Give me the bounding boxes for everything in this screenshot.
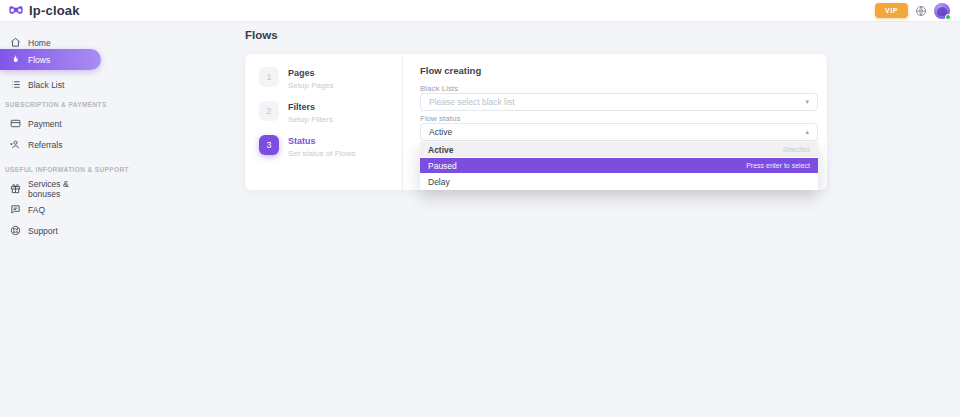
sidebar-section-support: Useful information & Support xyxy=(5,166,104,173)
black-lists-select[interactable]: Please select black list ▾ xyxy=(420,93,818,111)
sidebar-item-services-bonuses[interactable]: Services & bonuses xyxy=(0,178,101,199)
step-subtitle: Set status of Flows xyxy=(288,149,356,158)
flow-status-select[interactable]: Active ▴ xyxy=(420,123,818,141)
sidebar-item-label: Black List xyxy=(28,80,64,90)
option-hint: Selected xyxy=(783,146,810,153)
option-label: Active xyxy=(428,145,454,155)
step-subtitle: Setup Filters xyxy=(288,115,333,124)
sidebar-item-label: FAQ xyxy=(28,205,45,215)
chevron-down-icon: ▾ xyxy=(805,98,809,106)
step-title: Filters xyxy=(288,101,333,112)
sidebar-item-payment[interactable]: Payment xyxy=(0,113,101,134)
vip-button[interactable]: VIP xyxy=(875,3,908,18)
section-label: Subscription & Payments xyxy=(5,101,107,108)
logo-text: Ip-cloak xyxy=(29,3,80,18)
wizard-step-filters[interactable]: 2 Filters Setup Filters xyxy=(259,101,333,124)
section-label: Useful information & Support xyxy=(5,166,129,173)
topbar-actions: VIP xyxy=(875,3,950,19)
mask-logo-icon xyxy=(8,5,24,16)
chevron-up-icon: ▴ xyxy=(805,128,809,136)
sidebar-item-label: Home xyxy=(28,38,51,48)
wizard-step-status[interactable]: 3 Status Set status of Flows xyxy=(259,135,356,158)
sidebar-item-label: Flows xyxy=(28,55,50,65)
step-title: Status xyxy=(288,135,356,146)
option-hint: Press enter to select xyxy=(746,162,810,169)
option-delay[interactable]: Delay xyxy=(420,174,818,190)
flow-status-label: Flow status xyxy=(420,114,460,123)
form-title: Flow creating xyxy=(420,65,481,76)
sidebar-item-label: Services & bonuses xyxy=(28,179,101,199)
sidebar-item-label: Referrals xyxy=(28,140,62,150)
black-lists-placeholder: Please select black list xyxy=(429,97,515,107)
step-title: Pages xyxy=(288,67,334,78)
sidebar-item-black-list[interactable]: Black List xyxy=(0,74,101,95)
sidebar-item-label: Payment xyxy=(28,119,62,129)
card-divider xyxy=(402,54,403,190)
topbar: Ip-cloak VIP xyxy=(0,0,960,22)
user-avatar[interactable] xyxy=(934,3,950,19)
option-label: Delay xyxy=(428,177,450,187)
sidebar: Home Flows Black List Subscription & Pay… xyxy=(0,22,110,417)
sidebar-item-flows[interactable]: Flows xyxy=(0,49,101,70)
option-active[interactable]: Active Selected xyxy=(420,142,818,158)
sidebar-section-subscription: Subscription & Payments xyxy=(5,101,104,108)
step-number-badge: 1 xyxy=(259,67,279,87)
sidebar-item-referrals[interactable]: Referrals xyxy=(0,134,101,155)
faq-chat-icon xyxy=(10,204,21,215)
flows-flame-icon xyxy=(10,54,21,65)
page-title: Flows xyxy=(245,29,278,41)
black-lists-label: Black Lists xyxy=(420,84,458,93)
online-status-dot xyxy=(945,14,951,20)
step-subtitle: Setup Pages xyxy=(288,81,334,90)
step-number-badge: 2 xyxy=(259,101,279,121)
referrals-people-icon xyxy=(10,139,21,150)
step-number-badge: 3 xyxy=(259,135,279,155)
gift-icon xyxy=(10,183,21,194)
option-paused[interactable]: Paused Press enter to select xyxy=(420,158,818,174)
flow-status-dropdown: Active Selected Paused Press enter to se… xyxy=(420,142,818,190)
option-label: Paused xyxy=(428,161,457,171)
list-icon xyxy=(10,79,21,90)
home-icon xyxy=(10,37,21,48)
lifebuoy-icon xyxy=(10,225,21,236)
sidebar-item-support[interactable]: Support xyxy=(0,220,101,241)
wizard-step-pages[interactable]: 1 Pages Setup Pages xyxy=(259,67,334,90)
sidebar-item-label: Support xyxy=(28,226,58,236)
credit-card-icon xyxy=(10,118,21,129)
sidebar-item-faq[interactable]: FAQ xyxy=(0,199,101,220)
language-globe-icon[interactable] xyxy=(915,5,927,17)
logo[interactable]: Ip-cloak xyxy=(8,3,80,18)
flow-status-value: Active xyxy=(429,127,452,137)
